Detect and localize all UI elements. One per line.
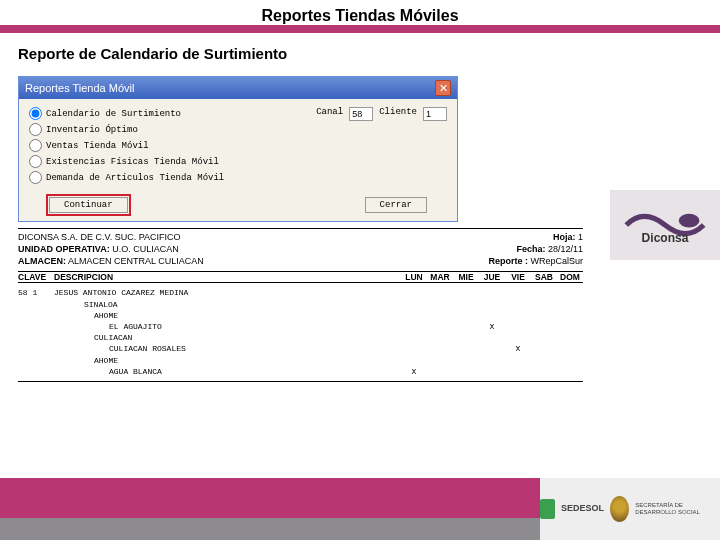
column-headers: CLAVE DESCRIPCION LUN MAR MIE JUE VIE SA… bbox=[18, 271, 583, 283]
radio-input[interactable] bbox=[29, 171, 42, 184]
svg-point-0 bbox=[679, 214, 700, 228]
col-clave: CLAVE bbox=[18, 272, 54, 282]
radio-group: Calendario de Surtimiento Inventario Ópt… bbox=[29, 107, 306, 187]
col-mar: MAR bbox=[427, 272, 453, 282]
footer-gov-block: SEDESOL SECRETARÍA DE DESARROLLO SOCIAL bbox=[540, 478, 720, 540]
unidad-value: U.O. CULIACAN bbox=[112, 244, 179, 254]
dialog-titlebar[interactable]: Reportes Tienda Móvil ✕ bbox=[19, 77, 457, 99]
page-title: Reportes Tiendas Móviles bbox=[0, 0, 720, 25]
cliente-input[interactable] bbox=[423, 107, 447, 121]
radio-calendario[interactable]: Calendario de Surtimiento bbox=[29, 107, 306, 120]
reporte-label: Reporte : bbox=[488, 256, 528, 266]
table-row: CULIACAN ROSALESX bbox=[18, 343, 583, 354]
diconsa-logo-icon: Diconsa bbox=[622, 203, 708, 247]
radio-label: Existencias Físicas Tienda Móvil bbox=[46, 157, 219, 167]
almacen-value: ALMACEN CENTRAL CULIACAN bbox=[68, 256, 204, 266]
canal-input[interactable] bbox=[349, 107, 373, 121]
eagle-seal-icon bbox=[610, 496, 629, 522]
title-strip bbox=[0, 25, 720, 33]
close-icon[interactable]: ✕ bbox=[435, 80, 451, 96]
brand-logo-panel: Diconsa bbox=[610, 190, 720, 260]
dialog-title-text: Reportes Tienda Móvil bbox=[25, 82, 134, 94]
col-jue: JUE bbox=[479, 272, 505, 282]
close-button[interactable]: Cerrar bbox=[365, 197, 427, 213]
report-body: 58 1JESUS ANTONIO CAZAREZ MEDINASINALOAA… bbox=[18, 283, 583, 377]
radio-label: Demanda de Artículos Tienda Móvil bbox=[46, 173, 224, 183]
report-preview: DICONSA S.A. DE C.V. SUC. PACIFICO UNIDA… bbox=[18, 228, 583, 382]
col-vie: VIE bbox=[505, 272, 531, 282]
unidad-label: UNIDAD OPERATIVA: bbox=[18, 244, 110, 254]
radio-label: Calendario de Surtimiento bbox=[46, 109, 181, 119]
almacen-label: ALMACEN: bbox=[18, 256, 66, 266]
fecha-label: Fecha: bbox=[516, 244, 545, 254]
radio-input[interactable] bbox=[29, 123, 42, 136]
table-row: AHOME bbox=[18, 310, 583, 321]
radio-label: Inventario Óptimo bbox=[46, 125, 138, 135]
hoja-label: Hoja: bbox=[553, 232, 576, 242]
secretaria-text: SECRETARÍA DE DESARROLLO SOCIAL bbox=[635, 502, 720, 515]
sedesol-text: SEDESOL bbox=[561, 503, 604, 513]
canal-label: Canal bbox=[316, 107, 343, 117]
table-row: CULIACAN bbox=[18, 332, 583, 343]
col-sab: SAB bbox=[531, 272, 557, 282]
sedesol-logo-icon bbox=[540, 499, 555, 519]
svg-text:Diconsa: Diconsa bbox=[642, 231, 689, 245]
table-row: EL AGUAJITOX bbox=[18, 321, 583, 332]
table-row: AGUA BLANCAX bbox=[18, 366, 583, 377]
radio-input[interactable] bbox=[29, 139, 42, 152]
radio-label: Ventas Tienda Móvil bbox=[46, 141, 149, 151]
radio-demanda[interactable]: Demanda de Artículos Tienda Móvil bbox=[29, 171, 306, 184]
org-name: DICONSA S.A. DE C.V. SUC. PACIFICO bbox=[18, 231, 488, 243]
fecha-value: 28/12/11 bbox=[548, 244, 583, 254]
col-dom: DOM bbox=[557, 272, 583, 282]
continue-button[interactable]: Continuar bbox=[49, 197, 128, 213]
table-row: SINALOA bbox=[18, 299, 583, 310]
page-subtitle: Reporte de Calendario de Surtimiento bbox=[0, 33, 720, 70]
cliente-label: Cliente bbox=[379, 107, 417, 117]
radio-ventas[interactable]: Ventas Tienda Móvil bbox=[29, 139, 306, 152]
report-dialog: Reportes Tienda Móvil ✕ Calendario de Su… bbox=[18, 76, 458, 222]
radio-input[interactable] bbox=[29, 107, 42, 120]
reporte-value: WRepCalSur bbox=[530, 256, 583, 266]
radio-input[interactable] bbox=[29, 155, 42, 168]
footer: www.diconsa.gob.mx SEDESOL SECRETARÍA DE… bbox=[0, 478, 720, 540]
radio-inventario[interactable]: Inventario Óptimo bbox=[29, 123, 306, 136]
table-row: 58 1JESUS ANTONIO CAZAREZ MEDINA bbox=[18, 287, 583, 298]
table-row: AHOME bbox=[18, 355, 583, 366]
radio-existencias[interactable]: Existencias Físicas Tienda Móvil bbox=[29, 155, 306, 168]
hoja-value: 1 bbox=[578, 232, 583, 242]
col-lun: LUN bbox=[401, 272, 427, 282]
col-desc: DESCRIPCION bbox=[54, 272, 401, 282]
col-mie: MIE bbox=[453, 272, 479, 282]
